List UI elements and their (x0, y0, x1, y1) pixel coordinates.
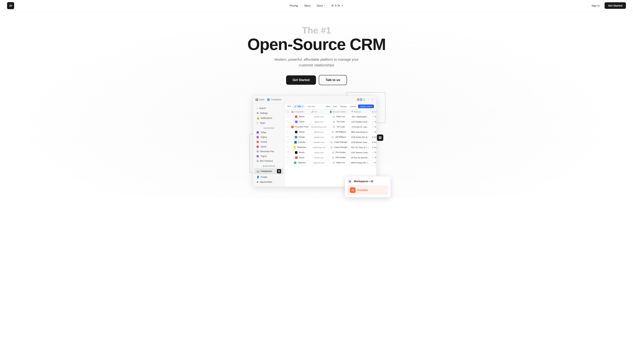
table-row[interactable]: Github github.com Jeff Williams 3891 Ran… (285, 130, 376, 135)
sign-in-button[interactable]: Sign in (589, 3, 602, 8)
table-row[interactable]: Sequoia sequoia.com Phil Schiller 1316 D… (285, 166, 376, 166)
cell-url: sequoia.com (310, 166, 328, 166)
sidebar-fav-qonto[interactable]: Qonto (254, 144, 284, 149)
cell-url: figma.com (310, 119, 328, 124)
app-main: All ▾ 🔗 URL × + Add filter Filter (285, 104, 376, 186)
sidebar-fav-alexandre[interactable]: Alexandre Prot (254, 149, 284, 154)
sidebar-opportunities[interactable]: ◈ Opportunities (254, 180, 284, 184)
row-checkbox[interactable] (285, 160, 290, 166)
cell-owner: Phil Schiller (328, 150, 350, 155)
cell-address: 4517 Washington... (350, 114, 371, 119)
col-companies[interactable]: 🏢 Companies (290, 110, 310, 114)
notifications-icon: 🔔 (257, 117, 259, 119)
cell-company-name: Segment (290, 160, 310, 166)
cell-company-name: Github (290, 130, 310, 135)
cell-address: 1316 Dameon Mou... (350, 166, 371, 166)
svg-rect-11 (279, 172, 280, 172)
row-checkbox[interactable] (285, 145, 290, 150)
filter-button[interactable]: Filter (325, 105, 331, 108)
sidebar-fav-stripe[interactable]: Stripe (254, 130, 284, 135)
workspace-title: Workspaces • 22 (354, 180, 373, 183)
cell-owner: Jeff Williams (328, 135, 350, 140)
cell-company-name: Mailchimp (290, 145, 310, 150)
logo[interactable]: 20 (7, 2, 14, 9)
sidebar-fav-figma[interactable]: Figma (254, 135, 284, 140)
url-filter-pill[interactable]: 🔗 URL × (292, 105, 305, 108)
navbar-right: Sign in Get Started (589, 2, 626, 9)
table-row[interactable]: Google google.com Jeff Williams 4140 Par… (285, 135, 376, 140)
hero-get-started-button[interactable]: Get Started (286, 76, 316, 85)
col-icp[interactable]: ◈ ICP (371, 110, 376, 114)
figma-logo-2 (257, 155, 259, 157)
nav-github-stars[interactable]: ⊙ 5.7k ↗ (331, 4, 343, 8)
navbar-center: Pricing Story Docs ↗ ⊙ 5.7k ↗ (290, 4, 343, 8)
hero-talk-button[interactable]: Talk to us (319, 75, 347, 85)
custom-label[interactable]: Custom (357, 188, 368, 192)
table-row[interactable]: Qonto qonto.com Phil Schiller 18 Rue De … (285, 155, 376, 160)
row-checkbox[interactable] (285, 166, 290, 166)
add-icon[interactable]: ＋ (371, 98, 374, 102)
external-link-icon: ↗ (324, 4, 325, 7)
workspace-card-inner: ⊞ Workspaces • 22 ⚙ Custom (345, 176, 391, 197)
cell-address: 1226 Moises Caus... (350, 140, 371, 145)
svg-rect-3 (380, 138, 381, 139)
cell-company-name: Qonto (290, 155, 310, 160)
row-checkbox[interactable] (285, 119, 290, 124)
heart-icon[interactable]: ♡ (367, 98, 370, 101)
sidebar-people[interactable]: 👤 People (254, 174, 284, 179)
all-filter[interactable]: All ▾ (287, 105, 291, 108)
sidebar-fav-airbnb[interactable]: Airbnb (254, 140, 284, 144)
options-button[interactable]: Options (339, 105, 348, 108)
col-address[interactable]: 📍 Address (350, 110, 371, 114)
table-row[interactable]: Mailchimp mailchimp.com Craig Federighi … (285, 145, 376, 150)
table-row[interactable]: Figma figma.com Tim Cook 110 Oswald Junc… (285, 119, 376, 124)
cell-icp: ✓ True (371, 130, 376, 135)
sidebar-tasks[interactable]: ✓ Tasks (254, 120, 284, 125)
sidebar-companies[interactable]: 🏢 Companies (254, 168, 284, 174)
svg-rect-8 (278, 170, 279, 171)
cell-url: qonto.com (310, 155, 328, 160)
cell-company-name: Airbnb (290, 114, 310, 119)
sidebar-notifications[interactable]: 🔔 Notifications (254, 116, 284, 120)
table-row[interactable]: Notion notion.com Phil Schiller 1162 Sam… (285, 150, 376, 155)
app-topbar: A Apple / Co Companies (253, 96, 376, 104)
table-row[interactable]: Founders Fund foundersfund.com Tim Cook … (285, 124, 376, 130)
cell-icp: ✓ True (371, 114, 376, 119)
app-toolbar: All ▾ 🔗 URL × + Add filter Filter (285, 104, 376, 110)
cancel-button[interactable]: Cancel (349, 105, 357, 108)
workspace-custom-box: ⚙ Custom (348, 186, 388, 195)
table-row[interactable]: LinkedIn linkedin.com Craig Federighi 12… (285, 140, 376, 145)
avatar-3 (362, 98, 366, 102)
table-row[interactable]: Segment segment.com Eddy Cue 8502 Presto… (285, 160, 376, 166)
nav-pricing[interactable]: Pricing (290, 4, 298, 7)
screenshot-wrapper: A Apple / Co Companies (253, 96, 380, 187)
cell-icp: ✓ True (371, 150, 376, 155)
cell-company-name: LinkedIn (290, 140, 310, 145)
row-checkbox[interactable] (285, 155, 290, 160)
cell-icp: ✗ False (371, 166, 376, 166)
row-checkbox[interactable] (285, 114, 290, 119)
get-started-nav-button[interactable]: Get Started (604, 2, 626, 9)
sidebar-search[interactable]: ⌕ Search (254, 106, 284, 110)
svg-rect-9 (279, 170, 280, 171)
search-icon: ⌕ (257, 107, 258, 110)
cell-owner: Tim Cook (328, 124, 350, 130)
sort-button[interactable]: Sort (332, 105, 338, 108)
sidebar-settings[interactable]: ⚙ Settings (254, 111, 284, 116)
row-checkbox[interactable] (285, 124, 290, 130)
cell-address: 110 Oswald Juncti... (350, 119, 371, 124)
sidebar-fav-ben[interactable]: Ben Chestnut (254, 159, 284, 163)
row-checkbox[interactable] (285, 135, 290, 140)
update-view-button[interactable]: Update view ▾ (358, 104, 374, 108)
nav-story[interactable]: Story (304, 4, 310, 7)
hero-buttons: Get Started Talk to us (7, 75, 626, 85)
sidebar-fav-figma2[interactable]: Figma (254, 154, 284, 158)
col-url[interactable]: 🔗 Url (310, 110, 328, 114)
row-checkbox[interactable] (285, 130, 290, 135)
nav-docs[interactable]: Docs ↗ (317, 4, 325, 7)
row-checkbox[interactable] (285, 140, 290, 145)
row-checkbox[interactable] (285, 150, 290, 155)
col-owner[interactable]: 👤 Account Owner (328, 110, 350, 114)
add-filter-btn[interactable]: + Add filter (306, 106, 315, 108)
table-row[interactable]: Airbnb airbnb.com Eddy Cue 4517 Washingt… (285, 114, 376, 119)
